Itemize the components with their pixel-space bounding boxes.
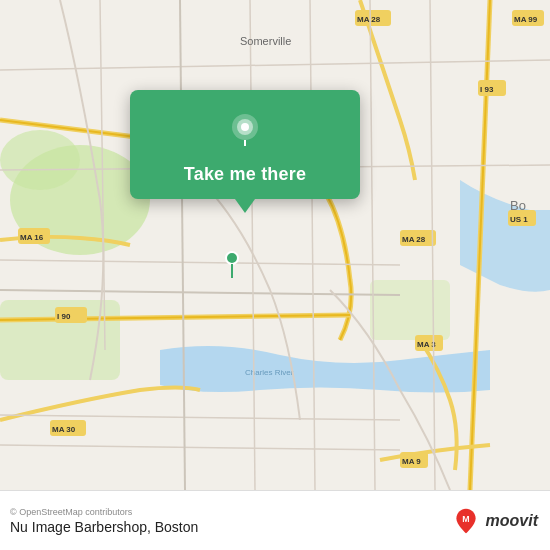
svg-text:Bo: Bo xyxy=(510,198,526,213)
take-me-there-button[interactable]: Take me there xyxy=(184,164,306,185)
svg-text:M: M xyxy=(462,513,469,523)
bottom-bar: © OpenStreetMap contributors Nu Image Ba… xyxy=(0,490,550,550)
svg-text:Charles River: Charles River xyxy=(245,368,294,377)
svg-text:MA 16: MA 16 xyxy=(20,233,44,242)
svg-text:MA 99: MA 99 xyxy=(514,15,538,24)
svg-point-2 xyxy=(0,130,80,190)
moovit-brand-text: moovit xyxy=(486,512,538,530)
popup-card: Take me there xyxy=(130,90,360,199)
location-pin-icon xyxy=(222,108,268,154)
svg-text:I 93: I 93 xyxy=(480,85,494,94)
map-svg: Charles River MA 2A MA 28 I 90 MA 30 xyxy=(0,0,550,490)
svg-text:MA 28: MA 28 xyxy=(402,235,426,244)
svg-point-50 xyxy=(241,123,249,131)
moovit-logo[interactable]: M moovit xyxy=(452,507,538,535)
svg-text:MA 30: MA 30 xyxy=(52,425,76,434)
location-info: © OpenStreetMap contributors Nu Image Ba… xyxy=(10,507,198,535)
svg-text:US 1: US 1 xyxy=(510,215,528,224)
svg-text:Somerville: Somerville xyxy=(240,35,291,47)
svg-point-46 xyxy=(226,252,238,264)
map-container: Charles River MA 2A MA 28 I 90 MA 30 xyxy=(0,0,550,490)
svg-text:MA 9: MA 9 xyxy=(402,457,421,466)
map-attribution: © OpenStreetMap contributors xyxy=(10,507,198,517)
svg-rect-4 xyxy=(370,280,450,340)
place-name: Nu Image Barbershop, Boston xyxy=(10,519,198,535)
svg-text:MA 28: MA 28 xyxy=(357,15,381,24)
svg-text:I 90: I 90 xyxy=(57,312,71,321)
moovit-pin-icon: M xyxy=(452,507,480,535)
